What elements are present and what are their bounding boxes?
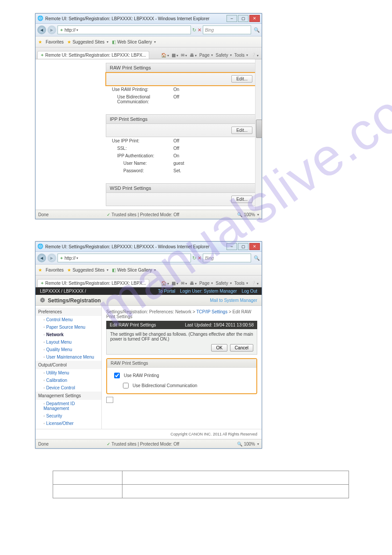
help-icon[interactable]: ❔▾ [251, 281, 259, 286]
minimize-button[interactable]: – [227, 243, 237, 250]
url-input[interactable]: ✦http://▾ [58, 254, 191, 262]
favorites-label: Favorites [46, 40, 64, 44]
user-label: User Name: [112, 161, 173, 166]
status-bar: Done ✓Trusted sites | Protected Mode: Of… [36, 210, 262, 219]
web-slice-link[interactable]: ◧Web Slice Gallery▾ [112, 268, 156, 272]
gear-icon: ❁ [40, 297, 45, 304]
suggested-sites-link[interactable]: ★Suggested Sites▾ [67, 40, 108, 44]
page-menu[interactable]: Page▾ [199, 281, 213, 286]
raw-edit-button[interactable]: Edit... [231, 75, 252, 83]
safety-menu[interactable]: Safety▾ [216, 281, 231, 286]
edit-panel-body: The settings will be changed as follows.… [106, 329, 257, 355]
ok-button[interactable]: OK [211, 344, 227, 352]
mail-icon[interactable]: ✉▾ [181, 281, 187, 286]
forward-button[interactable]: ► [47, 254, 56, 262]
content-area: RAW Print Settings Edit... Use RAW Print… [36, 59, 262, 210]
home-icon[interactable]: 🏠▾ [161, 281, 169, 286]
login-user-label: Login User: System Manager [180, 289, 237, 294]
sidebar-item-utility[interactable]: Utility Menu [36, 369, 101, 377]
window-buttons: – ▢ ✕ [227, 15, 260, 22]
minimize-button[interactable]: – [227, 15, 237, 22]
print-icon[interactable]: 🖶▾ [190, 53, 197, 58]
tools-menu[interactable]: Tools▾ [234, 281, 248, 286]
sidebar-item-security[interactable]: Security [36, 412, 101, 420]
maximize-button[interactable]: ▢ [238, 243, 248, 250]
stop-icon[interactable]: ✕ [198, 27, 201, 33]
mail-icon[interactable]: ✉▾ [181, 53, 187, 58]
url-input[interactable]: ✦http://▾ [58, 25, 191, 34]
search-input[interactable]: Bing [203, 25, 251, 34]
favorites-star-icon[interactable]: ★ [38, 268, 42, 272]
sidebar-item-dept-id[interactable]: Department ID Management [36, 400, 101, 412]
ipp-edit-button[interactable]: Edit... [231, 127, 252, 134]
sidebar-item-layout[interactable]: Layout Menu [36, 338, 101, 346]
forward-button[interactable]: ► [47, 25, 56, 34]
edit-panel-header: Edit RAW Print Settings Last Updated: 19… [106, 321, 257, 329]
safety-menu[interactable]: Safety▾ [216, 53, 231, 58]
command-bar: 🏠▾ ▦▾ ✉▾ 🖶▾ Page▾ Safety▾ Tools▾ ❔▾ [160, 279, 260, 287]
close-button[interactable]: ✕ [249, 243, 260, 250]
sidebar-item-network[interactable]: Network [36, 331, 101, 338]
tools-menu[interactable]: Tools▾ [234, 53, 248, 58]
wsd-settings-editrow: Edit... [106, 193, 256, 206]
sidebar-cat-output: Output/Control [36, 361, 101, 369]
vertical-scrollbar[interactable] [255, 59, 262, 210]
sidebar-item-user-maint[interactable]: User Maintenance Menu [36, 353, 101, 361]
sidebar-item-license[interactable]: License/Other [36, 420, 101, 427]
sidebar-item-quality[interactable]: Quality Menu [36, 346, 101, 353]
print-icon[interactable]: 🖶▾ [190, 281, 197, 286]
status-zoom[interactable]: 🔍 100% ▾ [237, 442, 259, 446]
browser-tab[interactable]: ✦Remote UI: Settings/Registration: LBPXX… [37, 279, 149, 287]
stop-icon[interactable]: ✕ [198, 255, 201, 261]
scroll-top-icon[interactable] [106, 397, 113, 403]
sidebar-item-control-menu[interactable]: Control Menu [36, 316, 101, 323]
breadcrumb-tcpip-link[interactable]: TCP/IP Settings [196, 309, 227, 314]
help-icon[interactable]: ❔▾ [251, 53, 259, 58]
ipp-settings-editrow: Edit... [106, 124, 256, 137]
page-menu[interactable]: Page▾ [199, 53, 213, 58]
bidir-label: Use Bidirectional Communication: [112, 94, 173, 104]
search-icon[interactable]: 🔍 [254, 255, 260, 261]
refresh-icon[interactable]: ↻ [192, 255, 196, 261]
status-zoom[interactable]: 🔍 100% ▾ [237, 212, 259, 217]
refresh-icon[interactable]: ↻ [192, 27, 196, 33]
cancel-button[interactable]: Cancel [230, 344, 253, 352]
last-updated: Last Updated: 19/04 2011 13:00:58 [185, 323, 254, 327]
browser-tab[interactable]: ✦Remote UI: Settings/Registration: LBPXX… [37, 51, 149, 59]
favorites-star-icon[interactable]: ★ [38, 40, 42, 44]
home-icon[interactable]: 🏠▾ [161, 53, 169, 58]
device-bar: LBPXXXX / LBPXXXX / To Portal Login User… [36, 287, 262, 295]
ipp-auth-label: IPP Authentication: [112, 153, 173, 158]
scrollbar-thumb[interactable] [256, 120, 262, 138]
feed-icon[interactable]: ▦▾ [172, 53, 178, 58]
bidir-checkbox[interactable] [123, 383, 129, 388]
back-button[interactable]: ◄ [37, 254, 46, 262]
to-portal-link[interactable]: To Portal [158, 289, 175, 294]
logout-link[interactable]: Log Out [241, 289, 257, 294]
device-name: LBPXXXX / LBPXXXX / [40, 289, 86, 294]
sidebar-item-paper-source[interactable]: Paper Source Menu [36, 323, 101, 331]
search-input[interactable]: Bing [203, 254, 251, 262]
raw-settings-header: RAW Print Settings [106, 63, 256, 73]
breadcrumb: Settings/Registration: Preferences: Netw… [106, 309, 257, 319]
address-bar: ◄ ► ✦http://▾ ↻ ✕ Bing 🔍 [36, 24, 262, 36]
back-button[interactable]: ◄ [37, 25, 46, 34]
mail-to-manager-link[interactable]: Mail to System Manager [210, 298, 257, 303]
use-ipp-value: Off [173, 138, 179, 143]
use-raw-checkbox[interactable] [114, 373, 120, 378]
search-icon[interactable]: 🔍 [254, 27, 260, 33]
web-slice-link[interactable]: ◧Web Slice Gallery▾ [112, 40, 156, 44]
close-button[interactable]: ✕ [249, 15, 260, 22]
sidebar-cat-management: Management Settings [36, 392, 101, 400]
url-dropdown-icon[interactable]: ▾ [76, 28, 78, 32]
suggested-sites-link[interactable]: ★Suggested Sites▾ [67, 268, 108, 272]
use-ipp-label: Use IPP Print: [112, 138, 173, 143]
url-dropdown-icon[interactable]: ▾ [76, 256, 78, 260]
sidebar-item-calibration[interactable]: Calibration [36, 377, 101, 384]
wsd-edit-button[interactable]: Edit... [231, 196, 252, 203]
sidebar-item-device-control[interactable]: Device Control [36, 384, 101, 392]
feed-icon[interactable]: ▦▾ [172, 281, 178, 286]
maximize-button[interactable]: ▢ [238, 15, 248, 22]
pass-value: Set. [173, 168, 181, 173]
window-buttons: – ▢ ✕ [227, 243, 260, 250]
